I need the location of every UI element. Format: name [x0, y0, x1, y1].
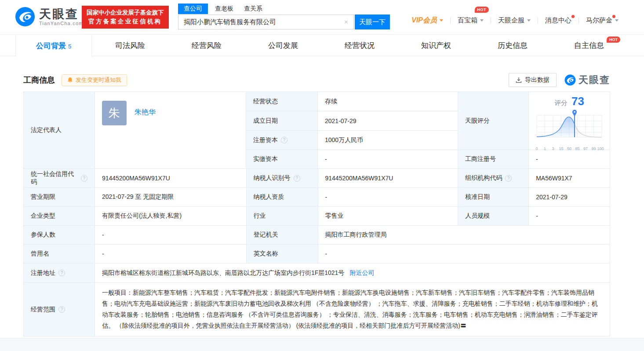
badge-line1: 国家中小企业发展子基金旗下 [87, 8, 164, 17]
tab-label: 经营状况 [345, 40, 375, 51]
legal-representative-link[interactable]: 朱艳华 [135, 108, 156, 117]
value-established-date: 2021-07-29 [318, 111, 458, 131]
tab-label: 经营风险 [192, 40, 222, 51]
label-text: 登记机关 [254, 231, 278, 239]
value-industry: 零售业 [318, 207, 458, 226]
avatar[interactable]: 朱 [102, 101, 127, 125]
search-tab-relation[interactable]: 查关系 [244, 4, 262, 14]
value-approval-date: 2021-07-29 [529, 188, 610, 207]
label-text: 经营范围 [31, 306, 55, 314]
company-section-tabs: 公司背景 5 司法风险 经营风险 公司发展 经营状况 知识产权 历史信息 自主信… [0, 35, 644, 56]
label-text: 注册地址 [31, 269, 55, 277]
hot-badge: HOT [607, 37, 620, 43]
value-text: - [325, 194, 327, 201]
tianyan-score-chart[interactable]: 评分 73 [529, 92, 610, 150]
tick: 1 [544, 146, 546, 151]
search-tab-company[interactable]: 查公司 [178, 4, 208, 14]
collapse-icon[interactable]: 〓 [460, 322, 466, 329]
value-business-scope: 一般项目：新能源汽车整车销售；汽车租赁；汽车零配件批发；新能源汽车电附件销售；新… [95, 283, 610, 336]
tab-history-info[interactable]: 历史信息 [474, 35, 551, 56]
search-button[interactable]: 天眼一下 [355, 15, 390, 29]
tab-label: 知识产权 [421, 40, 451, 51]
help-icon[interactable]: ? [294, 175, 300, 182]
value-taxpayer-qualification: - [318, 188, 458, 207]
nav-user[interactable]: 马尔萨金 [586, 16, 619, 25]
nav-messages[interactable]: 消息中心 [545, 16, 571, 25]
value-text: - [102, 231, 104, 238]
value-insured-count: - [95, 226, 247, 245]
score-word: 评分 [554, 99, 568, 107]
notification-dot [571, 15, 575, 18]
notify-on-change-button[interactable]: 发生变更时通知我 [62, 74, 127, 86]
label-organization-code: 组织机构代码 ? [458, 169, 529, 188]
label-approval-date: 核准日期 [458, 188, 529, 207]
brand-logo[interactable]: 天眼查 TianYanCha.com [15, 7, 84, 27]
score-axis-ticks: 0 1 3 15 50 85 97 99 100 [533, 146, 605, 152]
help-icon[interactable]: ? [281, 137, 287, 143]
value-text: 零售业 [325, 212, 344, 220]
help-icon[interactable]: ? [81, 175, 87, 182]
export-data-button[interactable]: 导出数据 [509, 73, 557, 87]
tick: 97 [583, 146, 588, 151]
help-icon[interactable]: ? [58, 306, 65, 313]
messages-label-wrap: 消息中心 [545, 16, 571, 25]
help-icon[interactable]: ? [58, 270, 65, 276]
value-former-name: - [95, 245, 247, 263]
tab-label: 公司发展 [268, 40, 298, 51]
label-industry: 行业 [247, 207, 318, 226]
username: 马尔萨金 [586, 16, 612, 24]
nav-vip[interactable]: VIP会员 [411, 16, 443, 25]
tab-label: 司法风险 [115, 40, 145, 51]
label-text: 人员规模 [465, 212, 490, 220]
label-text: 参保人数 [31, 231, 55, 239]
tab-company-development[interactable]: 公司发展 [245, 35, 321, 56]
label-text: 法定代表人 [31, 126, 62, 134]
label-registration-authority: 登记机关 [247, 226, 318, 245]
notify-label: 发生变更时通知我 [76, 76, 121, 84]
divider [538, 17, 538, 24]
label-unified-credit-code: 统一社会信用代码 ? [24, 169, 95, 188]
top-nav: VIP会员 HOT 百宝箱 天眼企服 消息中心 马尔萨金 [411, 16, 619, 25]
score-value: 73 [571, 95, 584, 107]
help-icon[interactable]: ? [505, 175, 512, 182]
value-registered-address: 揭阳市榕城区榕东街道榕江新城环岛路以东、南厝路以北万达广场室内步行街1F层102… [95, 263, 610, 283]
label-text: 曾用名 [31, 250, 49, 258]
search-tab-boss[interactable]: 查老板 [215, 4, 233, 14]
tick: 3 [552, 146, 554, 151]
label-staff-size: 人员规模 [458, 207, 529, 226]
nearby-companies-link[interactable]: 附近公司 [349, 269, 374, 277]
tab-judicial-risk[interactable]: 司法风险 [92, 35, 168, 56]
label-text: 天眼评分 [465, 117, 490, 125]
tab-operation-risk[interactable]: 经营风险 [168, 35, 245, 56]
tab-intellectual-property[interactable]: 知识产权 [398, 35, 474, 56]
value-text: 91445200MA56W91X7U [102, 175, 170, 182]
certification-badge: 国家中小企业发展子基金旗下 官方备案企业征信机构 [82, 6, 169, 29]
clear-icon[interactable]: × [344, 18, 348, 26]
score-bell-curve: 0 1 3 15 50 85 97 99 100 [533, 108, 605, 145]
label-text: 行业 [254, 212, 266, 220]
business-info-table: 法定代表人 朱 朱艳华 经营状态 存续 成立日期 2021-07-29 注册资本… [23, 91, 610, 336]
value-registered-capital: 1000万人民币 [318, 131, 458, 150]
tab-company-background[interactable]: 公司背景 5 [15, 35, 92, 57]
tab-operating-status[interactable]: 经营状况 [321, 35, 398, 56]
value-text: 1000万人民币 [325, 136, 363, 144]
nav-toolbox[interactable]: HOT 百宝箱 [458, 16, 484, 25]
qifu-label: 天眼企服 [498, 16, 524, 25]
label-text: 企业类型 [31, 212, 55, 220]
value-english-name: - [318, 245, 610, 263]
vip-label: VIP会员 [411, 16, 437, 25]
nav-qifu[interactable]: 天眼企服 [498, 16, 531, 25]
value-text: - [536, 212, 538, 219]
tab-label: 公司背景 [36, 41, 66, 51]
watermark-text: 天眼查 [579, 73, 610, 87]
label-business-term: 营业期限 [24, 188, 95, 207]
value-text: 2021-07-29 [325, 117, 357, 124]
chevron-down-icon [480, 19, 484, 22]
tab-self-info[interactable]: 自主信息 HOT [551, 35, 627, 56]
tick: 100 [597, 146, 604, 151]
username-wrap: 马尔萨金 [586, 16, 612, 25]
search-input[interactable] [178, 15, 354, 29]
search-area: 查公司 查老板 查关系 × 天眼一下 [178, 4, 390, 29]
value-legal-representative: 朱 朱艳华 [95, 92, 246, 169]
label-text: 英文名称 [254, 250, 278, 258]
